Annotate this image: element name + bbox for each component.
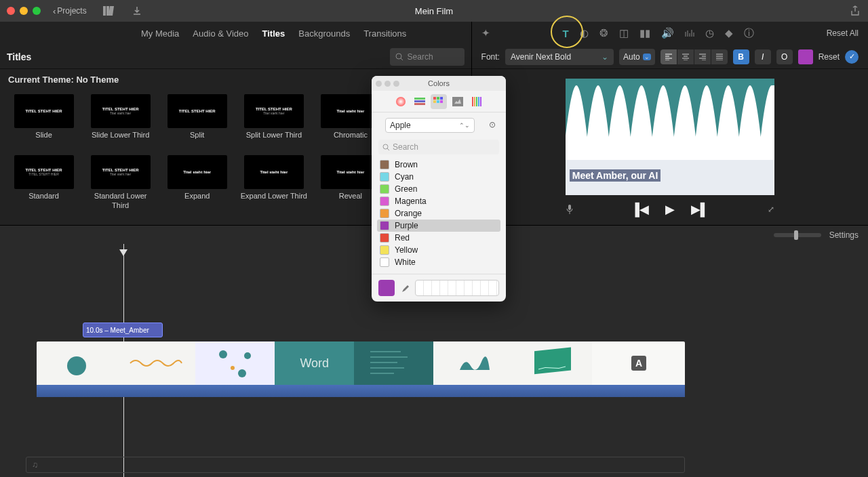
fullscreen-window[interactable]	[33, 7, 41, 15]
align-justify[interactable]	[711, 49, 728, 64]
updown-icon: ⌃⌄	[459, 122, 470, 129]
close-window[interactable]	[7, 7, 15, 15]
color-pencils-tab[interactable]	[469, 94, 485, 109]
share-icon[interactable]	[850, 5, 860, 16]
popup-close[interactable]	[376, 81, 382, 87]
text-tool-icon[interactable]: T	[563, 28, 569, 39]
speed-icon[interactable]: ◷	[705, 27, 714, 39]
library-icon[interactable]	[102, 4, 115, 18]
current-color-well[interactable]	[378, 280, 395, 296]
music-track[interactable]: ♫	[26, 457, 685, 473]
color-sliders-tab[interactable]	[412, 94, 428, 109]
volume-icon[interactable]: 🔊	[661, 27, 674, 39]
popup-min[interactable]	[384, 81, 391, 87]
size-select[interactable]: Auto ⌄	[619, 49, 655, 65]
title-clip[interactable]: 10.0s – Meet_Amber	[83, 323, 163, 337]
color-item[interactable]: Brown	[377, 159, 500, 171]
align-center[interactable]	[677, 49, 694, 64]
color-swatch	[380, 233, 389, 243]
tab-backgrounds[interactable]: Backgrounds	[293, 26, 355, 41]
color-search[interactable]: Search	[378, 140, 499, 154]
eyedropper-icon[interactable]	[400, 283, 410, 293]
mic-icon[interactable]	[566, 204, 574, 215]
palette-select[interactable]: Apple ⌃⌄	[385, 118, 475, 133]
tile-thumb: Titel steht hier	[167, 155, 227, 189]
text-tool-row: Font: Avenir Next Bold ⌄ Auto ⌄ B I O Re…	[472, 45, 868, 69]
minimize-window[interactable]	[20, 7, 28, 15]
adjust-left: ✦	[481, 27, 490, 39]
popup-max[interactable]	[393, 81, 399, 87]
next-frame-button[interactable]: ▶▌	[691, 202, 709, 217]
browser-search[interactable]: Search	[390, 48, 465, 66]
color-wells[interactable]	[415, 280, 499, 296]
title-tile[interactable]: TITEL STEHT HIERSplit	[161, 94, 233, 148]
title-tile[interactable]: TITEL STEHT HIERTitel steht hierSplit Lo…	[238, 94, 309, 148]
preview-viewer[interactable]: Meet Amber, our AI	[566, 79, 774, 195]
color-item[interactable]: Cyan	[377, 171, 500, 183]
tab-transitions[interactable]: Transitions	[358, 26, 412, 41]
color-item[interactable]: White	[377, 256, 500, 268]
effects-icon[interactable]: ◆	[725, 27, 733, 39]
outline-button[interactable]: O	[776, 49, 793, 64]
text-color-swatch[interactable]	[798, 49, 813, 64]
color-wheel-tab[interactable]	[393, 94, 409, 109]
color-name: Green	[395, 184, 417, 194]
color-item[interactable]: Yellow	[377, 244, 500, 256]
bold-button[interactable]: B	[733, 49, 749, 64]
italic-button[interactable]: I	[755, 49, 771, 64]
dropdown-icon: ⌄	[601, 52, 608, 62]
tile-label: Reveal	[339, 192, 362, 201]
tile-thumb: TITEL STEHT HIER	[167, 94, 227, 128]
title-tile[interactable]: Titel steht hierExpand Lower Third	[238, 155, 309, 209]
window-controls	[7, 7, 41, 15]
align-right[interactable]	[694, 49, 711, 64]
color-palettes-tab[interactable]	[431, 94, 447, 109]
expand-icon[interactable]: ⤢	[768, 205, 774, 214]
back-to-projects[interactable]: ‹ Projects	[53, 6, 87, 16]
zoom-slider[interactable]	[774, 233, 821, 237]
color-item[interactable]: Green	[377, 183, 500, 195]
color-item[interactable]: Red	[377, 232, 500, 244]
reset-all-button[interactable]: Reset All	[827, 28, 859, 38]
audio-track[interactable]	[37, 385, 685, 397]
crop-icon[interactable]: ◫	[619, 27, 629, 39]
apply-button[interactable]: ✓	[845, 50, 859, 64]
noise-icon[interactable]	[685, 29, 694, 37]
title-tile[interactable]: TITEL STEHT HIERTITEL STEHT HIERStandard	[8, 155, 79, 209]
magic-icon[interactable]: ✦	[481, 27, 490, 39]
color-wheel-icon[interactable]: ❂	[599, 27, 608, 39]
title-tile[interactable]: TITEL STEHT HIERSlide	[8, 94, 79, 148]
title-tile[interactable]: Titel steht hierExpand	[161, 155, 233, 209]
color-item[interactable]: Purple	[377, 220, 500, 232]
color-item[interactable]: Orange	[377, 207, 500, 220]
font-select[interactable]: Avenir Next Bold ⌄	[505, 49, 614, 65]
color-name: Cyan	[395, 172, 414, 182]
color-image-tab[interactable]	[450, 94, 466, 109]
stabilize-icon[interactable]: ▮▮	[639, 27, 650, 39]
font-value: Avenir Next Bold	[511, 52, 571, 62]
tab-titles[interactable]: Titles	[257, 26, 291, 41]
info-icon[interactable]: ⓘ	[744, 27, 754, 40]
play-button[interactable]: ▶	[665, 202, 675, 217]
title-tile[interactable]: TITEL STEHT HIERTitel steht hierSlide Lo…	[85, 94, 156, 148]
title-tile[interactable]: TITEL STEHT HIERTitel steht hierStandard…	[85, 155, 156, 209]
svg-rect-29	[437, 100, 439, 103]
svg-point-9	[219, 350, 227, 358]
align-left[interactable]	[660, 49, 677, 64]
svg-point-3	[396, 54, 401, 59]
chevron-left-icon: ‹	[53, 6, 56, 16]
prev-frame-button[interactable]: ▐◀	[631, 202, 649, 217]
color-name: Brown	[395, 160, 418, 169]
reset-button[interactable]: Reset	[818, 52, 840, 62]
svg-rect-23	[414, 100, 425, 102]
color-balance-icon[interactable]: ◐	[580, 27, 589, 39]
tab-my-media[interactable]: My Media	[136, 26, 184, 41]
color-item[interactable]: Magenta	[377, 195, 500, 207]
palette-options-icon[interactable]: ⊙	[486, 120, 499, 129]
settings-button[interactable]: Settings	[829, 230, 859, 240]
preview-controls: ▐◀ ▶ ▶▌ ⤢	[566, 202, 774, 217]
import-icon[interactable]	[130, 4, 144, 18]
color-swatch	[380, 257, 389, 267]
tab-audio-video[interactable]: Audio & Video	[187, 26, 254, 41]
title-overlay-text[interactable]: Meet Amber, our AI	[570, 169, 661, 182]
